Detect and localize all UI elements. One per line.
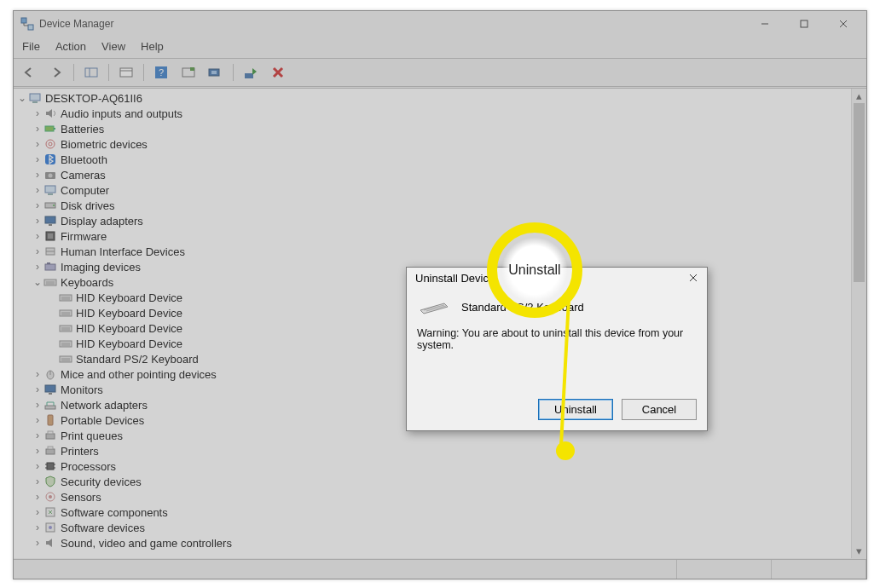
- dialog-warning-text: Warning: You are about to uninstall this…: [417, 327, 697, 351]
- dialog-title: Uninstall Device: [415, 272, 495, 285]
- uninstall-button[interactable]: Uninstall: [538, 399, 613, 420]
- cancel-button[interactable]: Cancel: [622, 399, 697, 420]
- keyboard-icon: [419, 298, 449, 315]
- dialog-close-button[interactable]: [686, 271, 700, 285]
- annotation-highlight: Uninstall: [487, 222, 582, 318]
- annotation-label: Uninstall: [508, 262, 560, 278]
- device-manager-window: Device Manager File Action View Help ? ⌄…: [13, 10, 867, 579]
- annotation-dot: [556, 441, 575, 460]
